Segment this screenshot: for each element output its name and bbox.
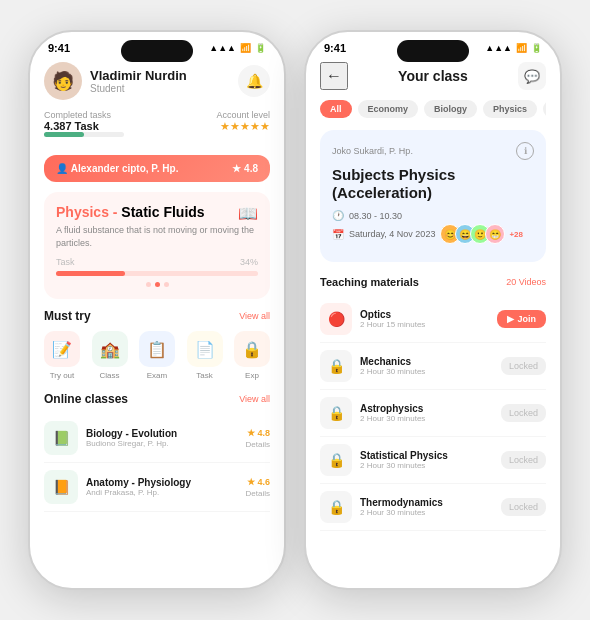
teacher-name: Alexander cipto, P. Hp. [71, 163, 179, 174]
profile-role: Student [90, 83, 187, 94]
exam-label: Exam [147, 371, 167, 380]
material-mechanics[interactable]: 🔒 Mechanics 2 Hour 30 minutes Locked [320, 343, 546, 390]
task-label: Task [56, 257, 75, 267]
class-detail-card[interactable]: Joko Sukardi, P. Hp. ℹ Subjects Physics … [320, 130, 546, 262]
statistical-locked: Locked [501, 451, 546, 469]
plus-count: +28 [509, 230, 523, 239]
left-status-time: 9:41 [48, 42, 70, 54]
optics-name: Optics [360, 309, 489, 320]
astrophysics-name: Astrophysics [360, 403, 493, 414]
material-optics[interactable]: 🔴 Optics 2 Hour 15 minutes ▶ Join [320, 296, 546, 343]
tab-hist[interactable]: Hist [543, 100, 546, 118]
biology-details[interactable]: Details [246, 440, 270, 449]
mechanics-name: Mechanics [360, 356, 493, 367]
tab-biology[interactable]: Biology [424, 100, 477, 118]
optics-icon: 🔴 [328, 311, 345, 327]
play-icon: ▶ [507, 314, 514, 324]
class-date: Saturday, 4 Nov 2023 [349, 229, 435, 239]
anatomy-rating: ★ 4.6 [247, 477, 270, 487]
class-item[interactable]: 🏫 Class [92, 331, 128, 380]
card-teacher-name: Joko Sukardi, P. Hp. [332, 146, 413, 156]
exp-label: Exp [245, 371, 259, 380]
try-out-label: Try out [50, 371, 75, 380]
class-item-anatomy[interactable]: 📙 Anatomy - Physiology Andi Prakasa, P. … [44, 463, 270, 512]
thermodynamics-lock-icon: 🔒 [328, 499, 345, 515]
exam-item[interactable]: 📋 Exam [139, 331, 175, 380]
mechanics-lock-icon: 🔒 [328, 358, 345, 374]
class-icon: 🏫 [92, 331, 128, 367]
biology-icon: 📗 [44, 421, 78, 455]
biology-teacher: Budiono Siregar, P. Hp. [86, 439, 238, 448]
page-title: Your class [398, 68, 468, 84]
exam-icon: 📋 [139, 331, 175, 367]
calendar-icon: 📅 [332, 229, 344, 240]
card-meta: 🕐 08.30 - 10.30 📅 Saturday, 4 Nov 2023 😊… [332, 210, 534, 244]
tab-economy[interactable]: Economy [358, 100, 419, 118]
profile-info: 🧑 Vladimir Nurdin Student [44, 62, 187, 100]
avatar-4: 😁 [485, 224, 505, 244]
exp-item[interactable]: 🔒 Exp [234, 331, 270, 380]
try-out-icon: 📝 [44, 331, 80, 367]
online-classes-title: Online classes [44, 392, 128, 406]
class-item-biology[interactable]: 📗 Biology - Evolution Budiono Siregar, P… [44, 414, 270, 463]
task-label-icon: Task [196, 371, 212, 380]
level-label: Account level [216, 110, 270, 120]
biology-right: ★ 4.8 Details [246, 428, 270, 449]
astrophysics-locked: Locked [501, 404, 546, 422]
material-statistical[interactable]: 🔒 Statistical Physics 2 Hour 30 minutes … [320, 437, 546, 484]
anatomy-icon: 📙 [44, 470, 78, 504]
subject-description: A fluid substance that is not moving or … [56, 224, 258, 249]
astrophysics-icon-box: 🔒 [320, 397, 352, 429]
online-classes-view-all[interactable]: View all [239, 394, 270, 404]
time-meta: 🕐 08.30 - 10.30 [332, 210, 534, 221]
subject-card[interactable]: Physics - Static Fluids 📖 A fluid substa… [44, 192, 270, 299]
statistical-info: Statistical Physics 2 Hour 30 minutes [360, 450, 493, 470]
material-astrophysics[interactable]: 🔒 Astrophysics 2 Hour 30 minutes Locked [320, 390, 546, 437]
teacher-icon: 👤 [56, 163, 68, 174]
completed-value: 4.387 Task [44, 120, 124, 132]
task-item[interactable]: 📄 Task [187, 331, 223, 380]
tab-all[interactable]: All [320, 100, 352, 118]
right-phone: 9:41 ▲▲▲ 📶 🔋 ← Your class 💬 All Economy … [304, 30, 562, 590]
subject-highlight: Physics - [56, 204, 117, 220]
must-try-view-all[interactable]: View all [239, 311, 270, 321]
mechanics-info: Mechanics 2 Hour 30 minutes [360, 356, 493, 376]
try-out-item[interactable]: 📝 Try out [44, 331, 80, 380]
astrophysics-lock-icon: 🔒 [328, 405, 345, 421]
thermodynamics-duration: 2 Hour 30 minutes [360, 508, 493, 517]
statistical-duration: 2 Hour 30 minutes [360, 461, 493, 470]
notification-button[interactable]: 🔔 [238, 65, 270, 97]
chat-icon: 💬 [524, 69, 540, 84]
anatomy-details[interactable]: Details [246, 489, 270, 498]
task-icon: 📄 [187, 331, 223, 367]
must-try-header: Must try View all [44, 309, 270, 323]
teacher-banner[interactable]: 👤 Alexander cipto, P. Hp. ★ 4.8 [44, 155, 270, 182]
left-phone: 9:41 ▲▲▲ 📶 🔋 🧑 Vladimir Nurdin Student 🔔 [28, 30, 286, 590]
participants-avatars: 😊 😄 🙂 😁 +28 [440, 224, 523, 244]
profile-name: Vladimir Nurdin [90, 68, 187, 83]
optics-icon-box: 🔴 [320, 303, 352, 335]
mechanics-duration: 2 Hour 30 minutes [360, 367, 493, 376]
task-progress-bar [56, 271, 258, 276]
anatomy-right: ★ 4.6 Details [246, 477, 270, 498]
subject-rest: Static Fluids [117, 204, 204, 220]
dot-3 [164, 282, 169, 287]
right-status-time: 9:41 [324, 42, 346, 54]
info-icon[interactable]: ℹ [516, 142, 534, 160]
astrophysics-info: Astrophysics 2 Hour 30 minutes [360, 403, 493, 423]
left-status-icons: ▲▲▲ 📶 🔋 [209, 43, 266, 53]
dot-2 [155, 282, 160, 287]
top-nav: ← Your class 💬 [320, 62, 546, 90]
optics-info: Optics 2 Hour 15 minutes [360, 309, 489, 329]
join-button[interactable]: ▶ Join [497, 310, 546, 328]
mechanics-locked: Locked [501, 357, 546, 375]
date-meta: 📅 Saturday, 4 Nov 2023 😊 😄 🙂 😁 +28 [332, 224, 534, 244]
right-status-icons: ▲▲▲ 📶 🔋 [485, 43, 542, 53]
must-try-icons: 📝 Try out 🏫 Class 📋 Exam 📄 Task 🔒 [44, 331, 270, 380]
chat-button[interactable]: 💬 [518, 62, 546, 90]
statistical-lock-icon: 🔒 [328, 452, 345, 468]
material-thermodynamics[interactable]: 🔒 Thermodynamics 2 Hour 30 minutes Locke… [320, 484, 546, 531]
tab-physics[interactable]: Physics [483, 100, 537, 118]
thermodynamics-name: Thermodynamics [360, 497, 493, 508]
back-button[interactable]: ← [320, 62, 348, 90]
